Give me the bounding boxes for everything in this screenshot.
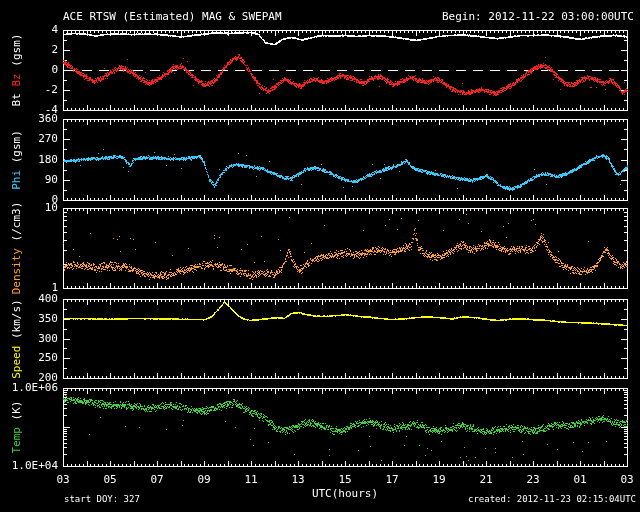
x-tick-label: 09 xyxy=(190,474,218,486)
y-tick-label: 1.0E+06 xyxy=(0,382,58,394)
begin-timestamp: Begin: 2012-11-22 03:00:00UTC xyxy=(442,10,634,23)
page-title: ACE RTSW (Estimated) MAG & SWEPAM xyxy=(63,10,282,23)
panel-ylabel-mag-bt-bz: Bt Bz (gsm) xyxy=(10,34,23,107)
ylabel-part: Phi xyxy=(10,163,23,190)
x-tick-label: 17 xyxy=(378,474,406,486)
ylabel-part: (gsm) xyxy=(10,34,23,67)
plot-canvas xyxy=(0,0,640,512)
ylabel-part: Density xyxy=(10,241,23,294)
ylabel-part: Bz xyxy=(10,67,23,87)
panel-ylabel-temp: Temp (K) xyxy=(10,401,23,454)
ylabel-part: (/cm3) xyxy=(10,202,23,242)
x-tick-label: 21 xyxy=(472,474,500,486)
x-tick-label: 01 xyxy=(566,474,594,486)
ylabel-part: (km/s) xyxy=(10,299,23,339)
panel-ylabel-density: Density (/cm3) xyxy=(10,202,23,295)
panel-ylabel-phi: Phi (gsm) xyxy=(10,130,23,190)
y-tick-label: 360 xyxy=(0,113,58,125)
ylabel-part: Speed xyxy=(10,339,23,379)
x-tick-label: 15 xyxy=(331,474,359,486)
y-tick-label: 1.0E+04 xyxy=(0,460,58,472)
ylabel-part: Bt xyxy=(10,87,23,107)
x-tick-label: 13 xyxy=(284,474,312,486)
ace-rtsw-plot: ACE RTSW (Estimated) MAG & SWEPAM Begin:… xyxy=(0,0,640,512)
x-tick-label: 03 xyxy=(613,474,640,486)
x-tick-label: 07 xyxy=(143,474,171,486)
ylabel-part: (gsm) xyxy=(10,130,23,163)
x-tick-label: 23 xyxy=(519,474,547,486)
panel-ylabel-speed: Speed (km/s) xyxy=(10,299,23,379)
created-timestamp: created: 2012-11-23 02:15:04UTC xyxy=(468,494,636,504)
x-tick-label: 11 xyxy=(237,474,265,486)
ylabel-part: Temp xyxy=(10,420,23,453)
x-tick-label: 19 xyxy=(425,474,453,486)
start-doy-label: start DOY: 327 xyxy=(64,494,140,504)
x-tick-label: 05 xyxy=(96,474,124,486)
ylabel-part: (K) xyxy=(10,401,23,421)
x-tick-label: 03 xyxy=(49,474,77,486)
